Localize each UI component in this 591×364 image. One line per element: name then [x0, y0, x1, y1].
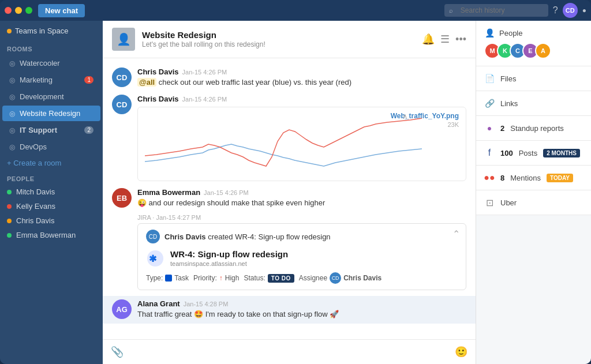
- priority-icon: ↑: [219, 274, 223, 282]
- sidebar-person-mitch[interactable]: Mitch Davis: [0, 185, 103, 199]
- panel-people-header: 👤 People: [484, 28, 583, 38]
- emoji-icon[interactable]: 🙂: [455, 346, 467, 358]
- more-icon[interactable]: •••: [455, 33, 466, 46]
- panel-links[interactable]: 🔗 Links: [476, 91, 591, 116]
- messages-area: CD Chris Davis Jan-15 4:26 PM @all check…: [103, 58, 476, 339]
- avatar-chris: CD: [112, 67, 132, 87]
- search-wrapper: ⌕: [444, 4, 548, 17]
- room-icon: ◎: [9, 76, 15, 84]
- message-content-emma: Emma Bowerman Jan-15 4:26 PM 😜 and our r…: [137, 188, 466, 208]
- standup-label: Standup reports: [510, 124, 564, 133]
- team-status-dot: [7, 29, 12, 33]
- status-dot-green: [7, 190, 12, 194]
- jira-priority: Priority: ↑ High: [193, 274, 239, 282]
- window-controls: [5, 7, 32, 14]
- jira-task-url: teamsinspace.atlassian.net: [170, 260, 288, 267]
- message-content-chart: Chris Davis Jan-15 4:26 PM Web_traffic_Y…: [137, 95, 466, 181]
- message-sender-alana: Alana Grant: [137, 299, 180, 308]
- panel-files[interactable]: 📄 Files: [476, 66, 591, 91]
- sidebar-person-kelly[interactable]: Kelly Evans: [0, 199, 103, 213]
- minimize-button[interactable]: [15, 7, 22, 14]
- status-dot-orange: [7, 219, 12, 223]
- jira-card[interactable]: CD Chris Davis created WR-4: Sign-up flo…: [137, 223, 466, 290]
- sidebar-item-development[interactable]: ◎ Development: [2, 89, 100, 104]
- message-content-alana: Alana Grant Jan-15 4:28 PM That traffic …: [137, 299, 466, 320]
- people-label: People: [499, 29, 522, 37]
- chart-attachment: Web_traffic_YoY.png 23K ∧: [137, 107, 466, 181]
- attach-icon[interactable]: 📎: [111, 346, 124, 358]
- chat-input[interactable]: [128, 348, 450, 357]
- sidebar-item-devops[interactable]: ◎ DevOps: [2, 139, 100, 155]
- panel-people[interactable]: 👤 People M K C E A: [476, 21, 591, 66]
- team-name[interactable]: Teams in Space: [0, 21, 103, 41]
- channel-info: Website Redesign Let's get the ball roll…: [142, 30, 415, 48]
- user-avatar[interactable]: CD: [563, 3, 578, 18]
- message-row-emma: EB Emma Bowerman Jan-15 4:26 PM 😜 and ou…: [103, 185, 476, 212]
- uber-label: Uber: [500, 198, 517, 207]
- chat-input-area: 📎 🙂: [103, 339, 476, 364]
- message-time-emma: Jan-15 4:26 PM: [204, 189, 249, 196]
- chart-filesize: 23K: [447, 121, 459, 128]
- list-icon[interactable]: ☰: [440, 33, 450, 46]
- svg-text:✱: ✱: [149, 254, 157, 264]
- status-icon[interactable]: ●: [582, 6, 586, 14]
- message-header-alana: Alana Grant Jan-15 4:28 PM: [137, 299, 466, 308]
- jira-task-title: WR-4: Sign-up flow redesign: [170, 249, 288, 259]
- sidebar-item-website-redesign[interactable]: ◎ Website Redesign: [2, 106, 100, 121]
- channel-name: Website Redesign: [142, 30, 415, 40]
- panel-mentions[interactable]: ●● 8 Mentions TODAY: [476, 166, 591, 190]
- create-room-button[interactable]: + Create a room: [0, 155, 103, 171]
- title-bar-actions: ? CD ●: [553, 3, 586, 18]
- message-row-alana: AG Alana Grant Jan-15 4:28 PM That traff…: [103, 296, 476, 323]
- channel-description: Let's get the ball rolling on this redes…: [142, 40, 415, 48]
- jira-card-title: Chris Davis created WR-4: Sign-up flow r…: [164, 232, 331, 241]
- jira-collapse-icon[interactable]: ⌃: [452, 228, 460, 239]
- room-icon: ◎: [9, 110, 15, 118]
- panel-uber[interactable]: ⊡ Uber: [476, 190, 591, 215]
- message-row: CD Chris Davis Jan-15 4:26 PM @all check…: [103, 64, 476, 91]
- message-content: Chris Davis Jan-15 4:26 PM @all check ou…: [137, 67, 466, 88]
- people-section-label: PEOPLE: [0, 171, 103, 185]
- chart-filename[interactable]: Web_traffic_YoY.png: [391, 112, 459, 120]
- message-text-emma: 😜 and our redesign should make that spik…: [137, 198, 466, 208]
- help-icon[interactable]: ?: [553, 5, 558, 16]
- room-icon: ◎: [9, 93, 15, 101]
- search-input[interactable]: [444, 4, 548, 17]
- right-panel: 👤 People M K C E A 📄 Files 🔗 Links: [476, 21, 591, 364]
- people-icon: 👤: [484, 28, 495, 38]
- sidebar-person-emma[interactable]: Emma Bowerman: [0, 228, 103, 242]
- message-header-emma: Emma Bowerman Jan-15 4:26 PM: [137, 188, 466, 197]
- mention-tag: @all: [137, 78, 156, 87]
- jira-logo-icon: ✱: [146, 249, 164, 268]
- message-header-chart: Chris Davis Jan-15 4:26 PM: [137, 95, 466, 103]
- status-dot-red: [7, 204, 12, 209]
- message-time: Jan-15 4:26 PM: [182, 96, 227, 103]
- uber-icon: ⊡: [484, 197, 495, 208]
- sidebar-person-chris[interactable]: Chris Davis: [0, 213, 103, 228]
- panel-avatar-5: A: [535, 43, 551, 59]
- sidebar-item-it-support[interactable]: ◎ IT Support 2: [2, 122, 100, 138]
- jira-task-info: WR-4: Sign-up flow redesign teamsinspace…: [170, 249, 288, 267]
- message-time-alana: Jan-15 4:28 PM: [184, 301, 229, 307]
- badge-it-support: 2: [84, 126, 93, 134]
- jira-status: Status: TO DO: [244, 274, 294, 283]
- panel-posts[interactable]: f 100 Posts 2 MONTHS: [476, 141, 591, 166]
- links-icon: 🔗: [484, 98, 495, 108]
- posts-badge: 2 MONTHS: [543, 149, 580, 157]
- bell-icon[interactable]: 🔔: [422, 33, 435, 46]
- jira-assignee: Assignee CD Chris Davis: [299, 272, 381, 284]
- sidebar-item-watercooler[interactable]: ◎ Watercooler: [2, 55, 100, 71]
- panel-standup[interactable]: ● 2 Standup reports: [476, 116, 591, 141]
- room-icon: ◎: [9, 59, 15, 67]
- message-sender: Chris Davis: [137, 67, 179, 76]
- chart-collapse-icon[interactable]: ∧: [402, 112, 408, 121]
- sidebar-item-marketing[interactable]: ◎ Marketing 1: [2, 72, 100, 88]
- mentions-badge: TODAY: [547, 174, 573, 182]
- posts-label: Posts: [519, 149, 538, 157]
- avatar-chris-2: CD: [112, 95, 132, 114]
- files-label: Files: [500, 74, 516, 83]
- new-chat-button[interactable]: New chat: [38, 4, 85, 17]
- close-button[interactable]: [5, 7, 12, 14]
- jira-system-label: JIRA · Jan-15 4:27 PM: [137, 214, 466, 221]
- maximize-button[interactable]: [25, 7, 32, 14]
